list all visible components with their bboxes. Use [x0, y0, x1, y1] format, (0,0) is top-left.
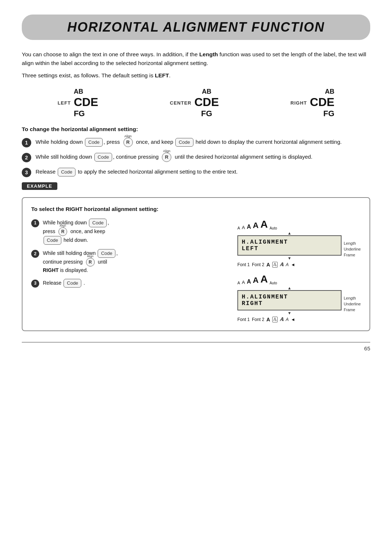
lcd1-size-a2: A — [242, 225, 245, 230]
lcd2-line2: RIGHT — [242, 300, 337, 307]
example-inner: 1 While holding down Code, press Align R… — [31, 219, 361, 322]
lcd1-font1: Font 1 — [237, 262, 250, 267]
lcd1-screen-row: ▲ H.ALIGNMENT LEFT ▼ Length Underline Fr… — [237, 231, 361, 260]
lcd1-side-length: Length — [344, 241, 361, 245]
footer: 65 — [22, 342, 370, 351]
intro-paragraph-2: Three settings exist, as follows. The de… — [22, 71, 370, 80]
page-number: 65 — [364, 345, 370, 351]
ex-step-1: 1 While holding down Code, press Align R… — [31, 219, 226, 245]
lcd2-bottom-row: Font 1 Font 2 A 𝔸 𝔸 A ◄ — [237, 317, 361, 322]
align-right-demo: RIGHT AB CDE FG — [290, 88, 334, 118]
lcd1-line1: H.ALIGNMENT — [242, 239, 337, 245]
lcd2-size-a1: A — [237, 281, 240, 285]
step-3-number: 3 — [22, 168, 31, 177]
step-2-number: 2 — [22, 153, 31, 162]
example-section: EXAMPLE — [22, 182, 370, 194]
step-1: 1 While holding down Code, press Align R… — [22, 138, 370, 147]
ex-step-2: 2 While still holding down Code, continu… — [31, 249, 226, 275]
lcd2-tri: ◄ — [291, 317, 295, 322]
alignment-demo: LEFT AB CDE FG CENTER AB CDE FG RIGHT AB… — [22, 88, 370, 118]
code-key-2: Code — [175, 138, 193, 147]
ex-r-key-2: R — [86, 258, 95, 267]
ex-code-key-2: Code — [44, 236, 61, 245]
lcd2-size-a3: A — [247, 278, 251, 285]
lcd1-line2: LEFT — [242, 245, 337, 252]
lcd1-auto: Auto — [270, 226, 277, 230]
lcd2-b4: A — [286, 317, 289, 322]
example-heading: To select the RIGHT horizontal alignment… — [31, 206, 361, 212]
lcd2-side-frame: Frame — [344, 308, 361, 312]
code-key-1: Code — [85, 138, 103, 147]
lcd2-screen-row: ▲ H.ALIGNMENT RIGHT ▼ Length Underline F… — [237, 286, 361, 315]
lcd1-font2: Font 2 — [252, 262, 264, 267]
lcd1-screen: H.ALIGNMENT LEFT — [237, 235, 342, 256]
ex-step-1-num: 1 — [31, 219, 39, 227]
ex-step-3-num: 3 — [31, 280, 39, 288]
lcd1-tri: ◄ — [291, 262, 295, 267]
lcd2-arrow-up: ▲ — [237, 286, 342, 290]
step-1-content: While holding down Code, press Align R o… — [36, 138, 370, 147]
ex-step-3-content: Release Code . — [43, 279, 226, 288]
intro-paragraph-1: You can choose to align the text in one … — [22, 50, 370, 68]
lcd2-side-length: Length — [344, 296, 361, 300]
example-label: EXAMPLE — [22, 182, 57, 190]
ex-code-key-1: Code — [89, 219, 107, 227]
align-center-text: AB CDE FG — [194, 88, 219, 118]
ex-step-3: 3 Release Code . — [31, 279, 226, 288]
lcd2-size-a2: A — [242, 280, 245, 285]
code-key-3: Code — [94, 153, 112, 162]
step-2: 2 While still holding down Code, continu… — [22, 153, 370, 162]
align-right-text: AB CDE FG — [310, 88, 335, 118]
ex-code-key-3: Code — [98, 249, 115, 258]
lcd1-size-a3: A — [247, 224, 251, 230]
ex-step-2-num: 2 — [31, 250, 39, 258]
page-title: HORIZONTAL ALIGNMENT FUNCTION — [22, 15, 370, 40]
example-box: To select the RIGHT horizontal alignment… — [22, 197, 370, 331]
lcd2-screen-container: ▲ H.ALIGNMENT RIGHT ▼ — [237, 286, 342, 315]
lcd1-arrow-up: ▲ — [237, 231, 342, 235]
code-key-4: Code — [58, 168, 75, 176]
lcd1-size-a4: A — [253, 221, 259, 230]
lcd1-size-a5: A — [260, 219, 268, 230]
lcd1-b4: A — [286, 262, 289, 267]
step-1-number: 1 — [22, 138, 31, 147]
lcd1-screen-container: ▲ H.ALIGNMENT LEFT ▼ — [237, 231, 342, 260]
example-right-col: A A A A A Auto ▲ H.ALIGNMENT LEFT ▼ — [237, 219, 361, 322]
lcd2-font2: Font 2 — [252, 317, 264, 322]
lcd1-bottom-row: Font 1 Font 2 A 𝔸 𝔸 A ◄ — [237, 262, 361, 268]
ex-code-key-4: Code — [64, 279, 81, 288]
lcd2-arrow-down: ▼ — [237, 311, 342, 315]
ex-step-2-content: While still holding down Code, continue … — [43, 249, 226, 275]
lcd1-b3: 𝔸 — [280, 262, 283, 267]
lcd1-side-labels: Length Underline Frame — [342, 231, 361, 260]
lcd2-side-underline: Underline — [344, 302, 361, 306]
lcd2-size-a4: A — [253, 276, 259, 285]
ex-step-1-content: While holding down Code, press Align R o… — [43, 219, 226, 245]
lcd2-b1: A — [266, 317, 270, 322]
lcd1-b1: A — [266, 262, 270, 268]
step-3: 3 Release Code to apply the selected hor… — [22, 167, 370, 177]
align-left-demo: LEFT AB CDE FG — [58, 88, 98, 118]
lcd2-auto: Auto — [270, 281, 277, 285]
lcd1-side-underline: Underline — [344, 247, 361, 251]
lcd1-side-frame: Frame — [344, 253, 361, 257]
ex-r-key-1: R — [58, 227, 67, 236]
lcd-display-2: A A A A A Auto ▲ H.ALIGNMENT RIGHT ▼ — [237, 273, 361, 322]
ex-right-bold: RIGHT — [43, 267, 59, 273]
example-left-col: 1 While holding down Code, press Align R… — [31, 219, 226, 322]
lcd2-size-a5: A — [260, 273, 268, 285]
lcd2-line1: H.ALIGNMENT — [242, 294, 337, 300]
lcd-display-1: A A A A A Auto ▲ H.ALIGNMENT LEFT ▼ — [237, 219, 361, 268]
lcd2-b3: 𝔸 — [280, 317, 283, 322]
align-center-demo: CENTER AB CDE FG — [170, 88, 219, 118]
lcd2-b2: 𝔸 — [272, 317, 278, 322]
lcd1-arrow-down: ▼ — [237, 256, 342, 260]
lcd2-screen: H.ALIGNMENT RIGHT — [237, 290, 342, 310]
lcd1-b2: 𝔸 — [272, 262, 278, 268]
lcd2-font1: Font 1 — [237, 317, 250, 322]
section-heading: To change the horizontal alignment setti… — [22, 126, 370, 133]
step-3-content: Release Code to apply the selected horiz… — [36, 167, 370, 176]
steps-list: 1 While holding down Code, press Align R… — [22, 138, 370, 177]
lcd1-size-a1: A — [237, 226, 240, 230]
align-left-text: AB CDE FG — [74, 88, 98, 118]
